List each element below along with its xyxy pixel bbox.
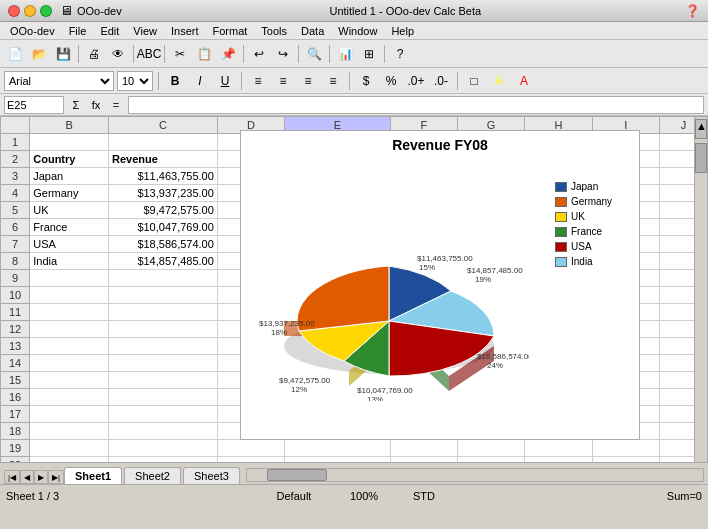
row-header-15[interactable]: 15 — [1, 372, 30, 389]
sheet-nav-prev[interactable]: ◀ — [20, 470, 34, 484]
italic-button[interactable]: I — [189, 70, 211, 92]
sheet-tab-1[interactable]: Sheet1 — [64, 467, 122, 484]
cell-G19[interactable] — [457, 440, 524, 457]
sum-wizard-button[interactable]: Σ — [68, 97, 84, 113]
border-button[interactable]: □ — [463, 70, 485, 92]
formula-input[interactable] — [128, 96, 704, 114]
cell-B17[interactable] — [30, 406, 109, 423]
row-header-2[interactable]: 2 — [1, 151, 30, 168]
cell-B13[interactable] — [30, 338, 109, 355]
redo-button[interactable]: ↪ — [272, 43, 294, 65]
scroll-up-button[interactable]: ▲ — [695, 119, 707, 139]
paste-button[interactable]: 📌 — [217, 43, 239, 65]
row-header-5[interactable]: 5 — [1, 202, 30, 219]
cell-F19[interactable] — [390, 440, 457, 457]
bg-color-button[interactable]: A — [488, 70, 510, 92]
menu-ooodev[interactable]: OOo-dev — [4, 24, 61, 38]
cell-reference-box[interactable]: E25 — [4, 96, 64, 114]
row-header-8[interactable]: 8 — [1, 253, 30, 270]
function-button[interactable]: fx — [88, 97, 104, 113]
menu-data[interactable]: Data — [295, 24, 330, 38]
currency-button[interactable]: $ — [355, 70, 377, 92]
cell-C10[interactable] — [109, 287, 218, 304]
cell-B6[interactable]: France — [30, 219, 109, 236]
cell-B9[interactable] — [30, 270, 109, 287]
align-center-button[interactable]: ≡ — [272, 70, 294, 92]
row-header-6[interactable]: 6 — [1, 219, 30, 236]
sheet-tab-2[interactable]: Sheet2 — [124, 467, 181, 484]
sheet-nav-first[interactable]: |◀ — [4, 470, 20, 484]
row-header-19[interactable]: 19 — [1, 440, 30, 457]
preview-button[interactable]: 👁 — [107, 43, 129, 65]
align-left-button[interactable]: ≡ — [247, 70, 269, 92]
menu-edit[interactable]: Edit — [94, 24, 125, 38]
cell-C1[interactable] — [109, 134, 218, 151]
cell-B16[interactable] — [30, 389, 109, 406]
scroll-thumb[interactable] — [695, 143, 707, 173]
cell-B10[interactable] — [30, 287, 109, 304]
undo-button[interactable]: ↩ — [248, 43, 270, 65]
align-justify-button[interactable]: ≡ — [322, 70, 344, 92]
font-color-button[interactable]: A — [513, 70, 535, 92]
cell-C14[interactable] — [109, 355, 218, 372]
cell-B19[interactable] — [30, 440, 109, 457]
scroll-h-thumb[interactable] — [267, 469, 327, 481]
minimize-button[interactable] — [24, 5, 36, 17]
cell-C16[interactable] — [109, 389, 218, 406]
cell-C11[interactable] — [109, 304, 218, 321]
font-size-select[interactable]: 10 — [117, 71, 153, 91]
save-button[interactable]: 💾 — [52, 43, 74, 65]
cell-C17[interactable] — [109, 406, 218, 423]
copy-button[interactable]: 📋 — [193, 43, 215, 65]
menu-view[interactable]: View — [127, 24, 163, 38]
cell-B12[interactable] — [30, 321, 109, 338]
vertical-scrollbar[interactable]: ▲ ▼ — [694, 116, 708, 506]
cell-C13[interactable] — [109, 338, 218, 355]
horizontal-scrollbar[interactable] — [246, 468, 704, 482]
cell-C3[interactable]: $11,463,755.00 — [109, 168, 218, 185]
menu-window[interactable]: Window — [332, 24, 383, 38]
bold-button[interactable]: B — [164, 70, 186, 92]
cell-B4[interactable]: Germany — [30, 185, 109, 202]
help-button[interactable]: ? — [389, 43, 411, 65]
cell-C15[interactable] — [109, 372, 218, 389]
row-header-3[interactable]: 3 — [1, 168, 30, 185]
cell-B7[interactable]: USA — [30, 236, 109, 253]
row-header-7[interactable]: 7 — [1, 236, 30, 253]
row-header-18[interactable]: 18 — [1, 423, 30, 440]
percent-button[interactable]: % — [380, 70, 402, 92]
find-button[interactable]: 🔍 — [303, 43, 325, 65]
cell-I19[interactable] — [592, 440, 659, 457]
cell-C9[interactable] — [109, 270, 218, 287]
cell-E19[interactable] — [285, 440, 391, 457]
row-header-9[interactable]: 9 — [1, 270, 30, 287]
cell-B11[interactable] — [30, 304, 109, 321]
underline-button[interactable]: U — [214, 70, 236, 92]
cell-C18[interactable] — [109, 423, 218, 440]
menu-tools[interactable]: Tools — [255, 24, 293, 38]
row-header-4[interactable]: 4 — [1, 185, 30, 202]
cell-C5[interactable]: $9,472,575.00 — [109, 202, 218, 219]
row-header-14[interactable]: 14 — [1, 355, 30, 372]
col-header-C[interactable]: C — [109, 117, 218, 134]
cell-B18[interactable] — [30, 423, 109, 440]
sheet-nav-last[interactable]: ▶| — [48, 470, 64, 484]
decimal-less-button[interactable]: .0- — [430, 70, 452, 92]
row-header-13[interactable]: 13 — [1, 338, 30, 355]
print-button[interactable]: 🖨 — [83, 43, 105, 65]
cell-C6[interactable]: $10,047,769.00 — [109, 219, 218, 236]
decimal-more-button[interactable]: .0+ — [405, 70, 427, 92]
menu-help[interactable]: Help — [385, 24, 420, 38]
menu-file[interactable]: File — [63, 24, 93, 38]
row-header-16[interactable]: 16 — [1, 389, 30, 406]
font-name-select[interactable]: Arial — [4, 71, 114, 91]
row-header-12[interactable]: 12 — [1, 321, 30, 338]
cell-B5[interactable]: UK — [30, 202, 109, 219]
cell-C7[interactable]: $18,586,574.00 — [109, 236, 218, 253]
cell-B14[interactable] — [30, 355, 109, 372]
row-header-1[interactable]: 1 — [1, 134, 30, 151]
cell-B2[interactable]: Country — [30, 151, 109, 168]
chart-container[interactable]: Revenue FY08 — [240, 130, 640, 440]
cell-B15[interactable] — [30, 372, 109, 389]
row-header-17[interactable]: 17 — [1, 406, 30, 423]
